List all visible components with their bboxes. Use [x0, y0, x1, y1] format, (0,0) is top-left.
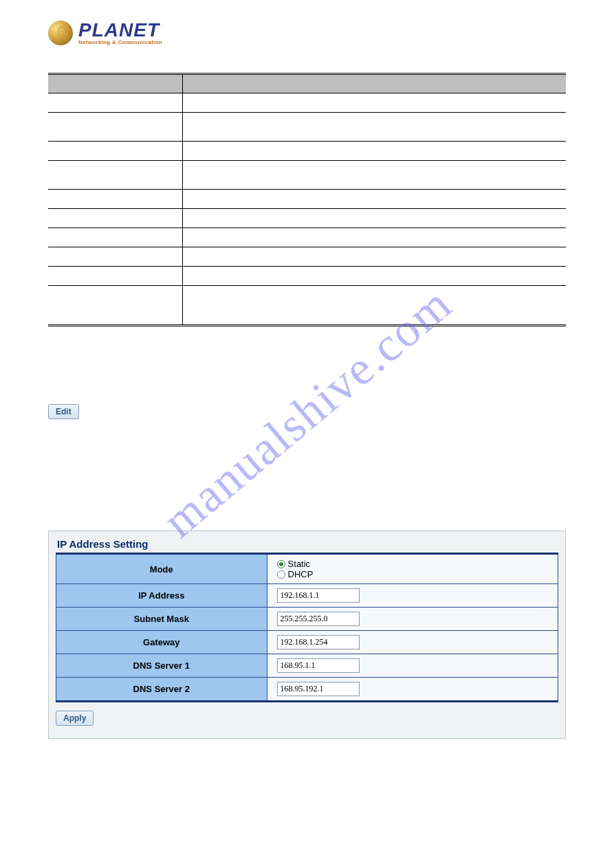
row-mode-value: Static DHCP — [267, 554, 558, 584]
edit-note-text — [48, 423, 566, 489]
gateway-input[interactable] — [277, 635, 360, 649]
brand-logo: PLANET Networking & Communication — [48, 21, 566, 45]
panel-title: IP Address Setting — [56, 535, 558, 553]
dns2-input[interactable] — [277, 682, 360, 696]
apply-button[interactable]: Apply — [56, 711, 94, 726]
row-dns1-label: DNS Server 1 — [56, 654, 267, 678]
ip-intro-text — [48, 368, 566, 381]
globe-icon — [48, 21, 73, 45]
logo-word: PLANET — [78, 21, 162, 40]
row-dns2-label: DNS Server 2 — [56, 678, 267, 702]
radio-checked-icon — [277, 560, 285, 568]
radio-unchecked-icon — [277, 570, 285, 579]
mode-dhcp-label: DHCP — [288, 569, 314, 579]
row-mode-label: Mode — [56, 554, 267, 584]
edit-button[interactable]: Edit — [48, 404, 79, 419]
logo-tagline: Networking & Communication — [78, 40, 162, 45]
section-heading-ip — [48, 346, 566, 358]
row-gw-label: Gateway — [56, 631, 267, 654]
mode-dhcp-radio[interactable]: DHCP — [277, 569, 538, 579]
mode-static-radio[interactable]: Static — [277, 559, 538, 569]
ip-setting-table: Mode Static DHCP IP Address Subnet Mask … — [56, 553, 558, 702]
subnet-mask-input[interactable] — [277, 612, 360, 626]
row-mask-label: Subnet Mask — [56, 608, 267, 631]
dns1-input[interactable] — [277, 658, 360, 673]
row-ip-label: IP Address — [56, 584, 267, 608]
ip-setting-panel: IP Address Setting Mode Static DHCP IP A… — [48, 531, 566, 739]
parameter-table — [48, 73, 566, 326]
nav-sequence — [48, 388, 566, 397]
mode-static-label: Static — [288, 559, 311, 569]
ip-address-input[interactable] — [277, 588, 360, 603]
